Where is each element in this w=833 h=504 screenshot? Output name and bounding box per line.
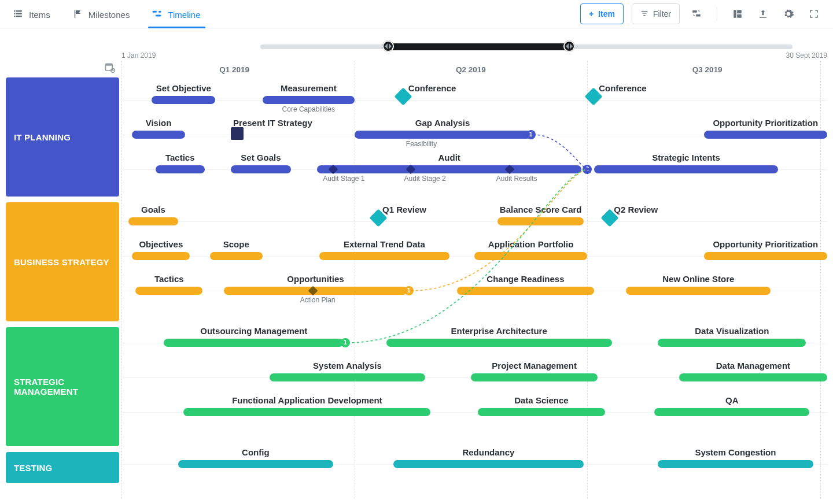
group-title: STRATEGIC MANAGEMENT bbox=[14, 377, 111, 396]
timeline-icon bbox=[152, 9, 162, 21]
tab-items-label: Items bbox=[29, 10, 50, 20]
task-bar[interactable] bbox=[156, 165, 205, 173]
quarter-label: Q1 2019 bbox=[219, 65, 249, 74]
task-bar[interactable] bbox=[210, 252, 263, 260]
group-strategic-mgmt[interactable]: STRATEGIC MANAGEMENT bbox=[6, 327, 119, 446]
task-label: Change Readiness bbox=[486, 274, 564, 284]
svg-rect-7 bbox=[156, 14, 161, 16]
milestone-label: Conference bbox=[408, 83, 456, 93]
range-end-label: 30 Sept 2019 bbox=[786, 51, 827, 60]
export-icon[interactable] bbox=[754, 5, 772, 23]
task-label: Set Goals bbox=[241, 153, 281, 162]
task-bar[interactable] bbox=[386, 339, 612, 347]
range-fill bbox=[388, 43, 569, 50]
tab-timeline[interactable]: Timeline bbox=[149, 2, 202, 27]
svg-rect-0 bbox=[14, 10, 15, 12]
filter-icon bbox=[640, 9, 648, 19]
task-label: System Analysis bbox=[313, 361, 382, 370]
dependency-badge[interactable]: 1 bbox=[341, 338, 350, 347]
task-label: Opportunity Prioritization bbox=[713, 239, 818, 249]
task-label: Objectives bbox=[139, 239, 183, 249]
milestone-marker[interactable] bbox=[407, 166, 414, 173]
date-range-slider[interactable] bbox=[260, 41, 793, 50]
plus-icon: + bbox=[589, 9, 594, 18]
settings-icon[interactable] bbox=[780, 5, 797, 23]
task-bar[interactable] bbox=[178, 460, 333, 468]
task-bar[interactable] bbox=[132, 131, 185, 139]
task-bar[interactable] bbox=[457, 287, 595, 295]
task-label: Balance Score Card bbox=[500, 205, 582, 214]
fullscreen-icon[interactable] bbox=[805, 5, 823, 23]
task-bar[interactable] bbox=[128, 217, 178, 225]
task-bar[interactable] bbox=[626, 287, 771, 295]
tab-milestones[interactable]: Milestones bbox=[70, 2, 132, 27]
task-bar[interactable] bbox=[263, 96, 355, 104]
task-bar[interactable] bbox=[478, 408, 605, 416]
task-label: Functional Application Development bbox=[232, 395, 382, 405]
range-start-label: 1 Jan 2019 bbox=[121, 51, 156, 60]
task-bar[interactable] bbox=[270, 373, 425, 381]
task-bar[interactable] bbox=[471, 373, 598, 381]
task-bar[interactable] bbox=[152, 96, 215, 104]
task-bar[interactable] bbox=[135, 287, 202, 295]
milestone-diamond[interactable] bbox=[397, 90, 410, 103]
task-label: Application Portfolio bbox=[488, 239, 574, 249]
milestone-marker[interactable] bbox=[506, 166, 513, 173]
task-label: Opportunity Prioritization bbox=[713, 118, 818, 128]
group-business-strategy[interactable]: BUSINESS STRATEGY bbox=[6, 202, 119, 321]
task-bar[interactable] bbox=[317, 165, 582, 173]
task-bar[interactable] bbox=[658, 460, 813, 468]
range-handle-right[interactable] bbox=[563, 40, 575, 52]
milestone-square[interactable] bbox=[231, 127, 244, 140]
task-bar[interactable] bbox=[183, 408, 430, 416]
timeline-row: Set Objective Measurement Core Capabilit… bbox=[121, 83, 827, 109]
task-bar[interactable] bbox=[355, 131, 531, 139]
group-title: TESTING bbox=[14, 463, 52, 473]
flag-icon bbox=[72, 9, 83, 21]
task-bar[interactable] bbox=[231, 165, 291, 173]
task-bar[interactable] bbox=[497, 217, 584, 225]
task-bar[interactable] bbox=[319, 252, 450, 260]
layout-icon[interactable] bbox=[729, 5, 746, 23]
calendar-settings-icon[interactable] bbox=[104, 62, 116, 76]
svg-rect-10 bbox=[642, 13, 646, 13]
task-label: Opportunities bbox=[287, 274, 344, 284]
task-bar[interactable] bbox=[393, 460, 584, 468]
task-label: Outsourcing Management bbox=[200, 326, 307, 336]
milestone-marker[interactable] bbox=[309, 287, 316, 294]
task-label: Vision bbox=[146, 118, 172, 128]
task-bar[interactable] bbox=[679, 373, 827, 381]
milestone-diamond[interactable] bbox=[587, 90, 600, 103]
task-bar[interactable] bbox=[704, 252, 828, 260]
task-bar[interactable] bbox=[594, 165, 777, 173]
timeline-row: Goals Balance Score Card Q1 Review Q2 Re… bbox=[121, 205, 827, 230]
group-testing[interactable]: TESTING bbox=[6, 452, 119, 483]
svg-rect-15 bbox=[737, 10, 742, 13]
reschedule-icon[interactable] bbox=[688, 5, 705, 23]
timeline-row: Vision Gap Analysis Feasibility1Opportun… bbox=[121, 118, 827, 143]
group-it-planning[interactable]: IT PLANNING bbox=[6, 77, 119, 197]
filter-button[interactable]: Filter bbox=[632, 3, 680, 24]
task-bar[interactable] bbox=[704, 131, 828, 139]
task-label: QA bbox=[725, 395, 739, 405]
dependency-badge[interactable]: 1 bbox=[526, 130, 536, 139]
task-bar[interactable] bbox=[474, 252, 587, 260]
range-handle-left[interactable] bbox=[382, 40, 394, 52]
task-bar[interactable] bbox=[654, 408, 809, 416]
timeline-row: Config Redundancy System Congestion bbox=[121, 447, 827, 473]
timeline-row: System Analysis Project Management Data … bbox=[121, 361, 827, 386]
tab-items[interactable]: Items bbox=[10, 2, 53, 27]
add-item-button[interactable]: + Item bbox=[580, 3, 624, 24]
task-bar[interactable] bbox=[658, 339, 806, 347]
group-title: IT PLANNING bbox=[14, 132, 71, 142]
svg-rect-4 bbox=[14, 16, 15, 17]
quarter-label: Q3 2019 bbox=[692, 65, 723, 74]
dependency-badge[interactable]: 1 bbox=[404, 286, 414, 295]
milestone-label: Present IT Strategy bbox=[233, 118, 312, 128]
milestone-marker[interactable] bbox=[330, 166, 337, 173]
dependency-badge[interactable]: 3 bbox=[583, 165, 592, 174]
task-bar[interactable] bbox=[164, 339, 344, 347]
task-label: Data Visualization bbox=[695, 326, 769, 336]
task-bar[interactable] bbox=[132, 252, 190, 260]
svg-rect-11 bbox=[643, 14, 646, 15]
